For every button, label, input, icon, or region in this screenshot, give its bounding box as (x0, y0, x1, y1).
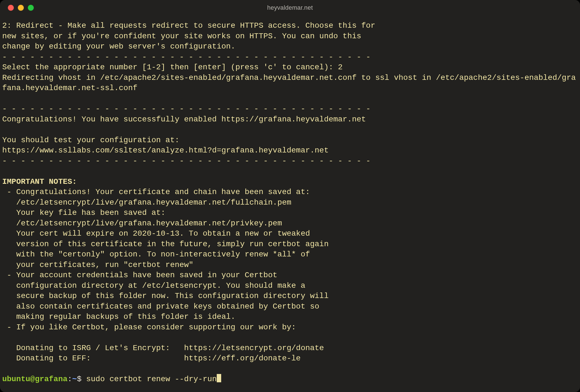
output-line: Congratulations! You have successfully e… (2, 115, 366, 124)
notes-line: /etc/letsencrypt/live/grafana.heyvaldema… (2, 198, 291, 207)
output-line: 2: Redirect - Make all requests redirect… (2, 21, 375, 30)
output-line: - - - - - - - - - - - - - - - - - - - - … (2, 105, 370, 113)
notes-line: Your key file has been saved at: (2, 208, 165, 217)
notes-line: /etc/letsencrypt/live/grafana.heyvaldema… (2, 219, 282, 228)
prompt-user: ubuntu (2, 375, 30, 383)
output-line: change by editing your web server's conf… (2, 42, 235, 51)
terminal-window: heyvaldemar.net 2: Redirect - Make all r… (0, 0, 580, 392)
output-line: Select the appropriate number [1-2] then… (2, 63, 343, 72)
notes-line: - Congratulations! Your certificate and … (2, 188, 310, 196)
important-notes-heading: IMPORTANT NOTES: (2, 177, 77, 186)
output-line: https://www.ssllabs.com/ssltest/analyze.… (2, 146, 329, 155)
notes-line: with the "certonly" option. To non-inter… (2, 250, 310, 259)
terminal-output[interactable]: 2: Redirect - Make all requests redirect… (0, 16, 580, 387)
command-input[interactable]: sudo certbot renew --dry-run (86, 375, 217, 383)
notes-line: secure backup of this folder now. This c… (2, 292, 329, 300)
output-line: - - - - - - - - - - - - - - - - - - - - … (2, 157, 370, 165)
prompt-path: ~ (72, 375, 77, 383)
cursor-icon (217, 374, 221, 382)
window-title: heyvaldemar.net (0, 4, 580, 11)
prompt-at: @ (30, 375, 35, 383)
output-line: You should test your configuration at: (2, 136, 180, 144)
notes-line: version of this certificate in the futur… (2, 240, 329, 248)
prompt-colon: : (67, 375, 72, 383)
notes-line: Your cert will expire on 2020-10-13. To … (2, 229, 310, 238)
notes-line: - Your account credentials have been sav… (2, 271, 277, 279)
notes-line: making regular backups of this folder is… (2, 312, 235, 321)
output-line: new sites, or if you're confident your s… (2, 32, 361, 40)
prompt-host: grafana (35, 375, 68, 383)
output-line: Redirecting vhost in /etc/apache2/sites-… (2, 73, 576, 93)
notes-line: your certificates, run "certbot renew" (2, 261, 193, 269)
titlebar: heyvaldemar.net (0, 0, 580, 16)
prompt-dollar: $ (77, 375, 86, 383)
notes-line: configuration directory at /etc/letsencr… (2, 281, 305, 290)
output-line: - - - - - - - - - - - - - - - - - - - - … (2, 53, 370, 61)
notes-line: Donating to EFF: https://eff.org/donate-… (2, 354, 301, 363)
notes-line: also contain certificates and private ke… (2, 302, 319, 311)
notes-line: Donating to ISRG / Let's Encrypt: https:… (2, 344, 324, 352)
notes-line: - If you like Certbot, please consider s… (2, 323, 296, 332)
